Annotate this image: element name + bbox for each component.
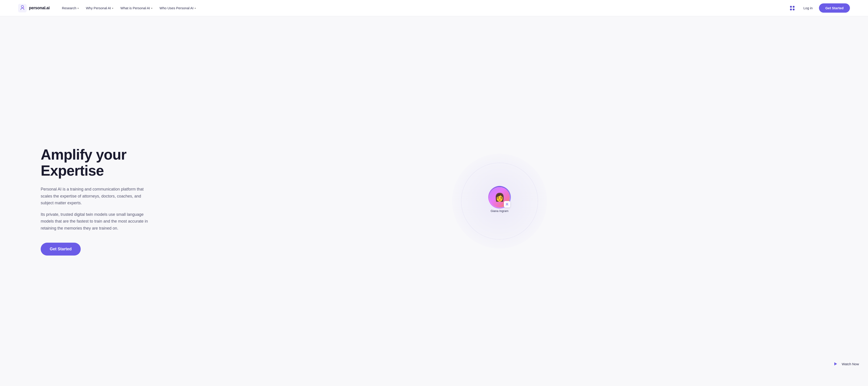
nav-why-label: Why Personal AI <box>86 6 111 10</box>
grid-icon <box>790 6 795 10</box>
what-chevron-icon: ▾ <box>151 7 152 9</box>
nav-what-label: What is Personal AI <box>121 6 150 10</box>
avatar-name: Giana Ingram <box>491 209 508 213</box>
hero-title-line1: Amplify your <box>41 146 126 163</box>
svg-marker-4 <box>834 362 837 365</box>
nav-research-label: Research <box>62 6 76 10</box>
avatar-card: 👩 <box>489 187 510 213</box>
hero-title-line2: Expertise <box>41 163 104 179</box>
navbar: personal.ai Research ▾ Why Personal AI ▾… <box>0 0 868 16</box>
hero-title: Amplify your Expertise <box>41 147 149 179</box>
watch-now-button[interactable]: Watch Now <box>831 360 859 368</box>
nav-left: personal.ai Research ▾ Why Personal AI ▾… <box>18 4 199 12</box>
watch-now-label: Watch Now <box>842 362 859 366</box>
hero-description-1: Personal AI is a training and communicat… <box>41 186 149 207</box>
get-started-nav-button[interactable]: Get Started <box>819 3 850 13</box>
avatar-badge <box>504 201 510 207</box>
research-chevron-icon: ▾ <box>78 7 79 9</box>
hero-description-2: Its private, trusted digital twin models… <box>41 211 149 232</box>
play-icon <box>831 360 839 368</box>
why-chevron-icon: ▾ <box>112 7 113 9</box>
grid-dot-3 <box>790 8 792 10</box>
grid-dot-1 <box>790 6 792 8</box>
logo-icon <box>18 4 27 12</box>
avatar-wrapper: 👩 <box>489 187 510 207</box>
hero-visual: 👩 <box>149 145 850 257</box>
get-started-hero-button[interactable]: Get Started <box>41 243 81 255</box>
hero-section: Amplify your Expertise Personal AI is a … <box>0 16 868 386</box>
nav-item-research[interactable]: Research ▾ <box>59 4 82 12</box>
nav-item-who[interactable]: Who Uses Personal AI ▾ <box>156 4 199 12</box>
nav-right: Log in Get Started <box>787 3 850 13</box>
grid-dot-2 <box>793 6 795 8</box>
hero-content: Amplify your Expertise Personal AI is a … <box>41 147 149 255</box>
who-chevron-icon: ▾ <box>195 7 196 9</box>
circle-container: 👩 <box>452 154 547 249</box>
apps-button[interactable] <box>787 3 797 13</box>
nav-links: Research ▾ Why Personal AI ▾ What is Per… <box>59 4 199 12</box>
nav-who-label: Who Uses Personal AI <box>160 6 193 10</box>
avatar-badge-icon <box>505 202 509 206</box>
logo-text: personal.ai <box>29 6 50 10</box>
nav-item-why[interactable]: Why Personal AI ▾ <box>83 4 116 12</box>
nav-item-what[interactable]: What is Personal AI ▾ <box>117 4 156 12</box>
login-button[interactable]: Log in <box>801 4 815 12</box>
avatar-emoji: 👩 <box>495 192 505 202</box>
grid-dot-4 <box>793 8 795 10</box>
logo[interactable]: personal.ai <box>18 4 50 12</box>
